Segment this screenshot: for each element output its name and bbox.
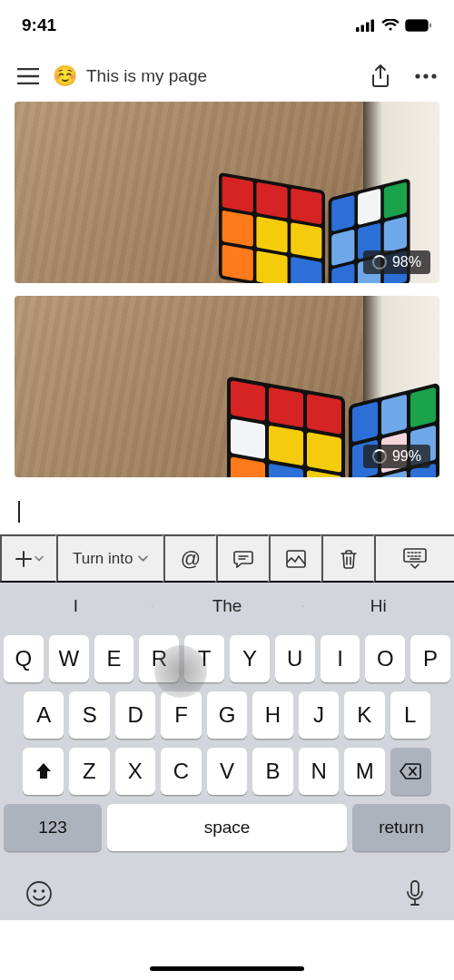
keyboard-row: 123 space return (4, 804, 450, 851)
dismiss-keyboard-button[interactable] (374, 534, 454, 583)
page-header: ☺️ This is my page (0, 51, 454, 102)
chevron-down-icon (138, 555, 148, 562)
svg-rect-2 (366, 23, 370, 33)
svg-point-9 (431, 74, 436, 78)
page-title-container[interactable]: ☺️ This is my page (53, 64, 356, 88)
mention-button[interactable]: @ (163, 534, 216, 583)
text-input-line[interactable] (15, 497, 439, 528)
comment-icon (233, 550, 253, 568)
svg-rect-15 (411, 881, 419, 896)
keyboard-bottom-row (0, 867, 454, 920)
page-emoji: ☺️ (53, 64, 77, 88)
header-actions (367, 63, 439, 90)
key-backspace[interactable] (390, 748, 431, 795)
key-a[interactable]: A (24, 691, 64, 739)
key-numeric[interactable]: 123 (4, 804, 102, 851)
upload-progress-text: 99% (392, 448, 421, 465)
key-return[interactable]: return (352, 804, 450, 851)
key-q[interactable]: Q (4, 635, 44, 682)
wifi-icon (381, 19, 400, 32)
key-k[interactable]: K (344, 691, 384, 739)
key-m[interactable]: M (344, 748, 385, 795)
key-j[interactable]: J (299, 691, 339, 739)
suggestion[interactable]: The (152, 596, 303, 616)
turn-into-label: Turn into (73, 550, 133, 568)
svg-point-8 (423, 74, 428, 78)
key-p[interactable]: P (410, 635, 450, 682)
key-z[interactable]: Z (69, 748, 110, 795)
image-icon (286, 550, 306, 568)
upload-progress-badge: 98% (363, 250, 430, 274)
upload-progress-badge: 99% (363, 445, 430, 468)
key-shift[interactable] (23, 748, 64, 795)
home-indicator (150, 966, 304, 971)
key-d[interactable]: D (115, 691, 155, 739)
key-r[interactable]: R (139, 635, 179, 682)
at-icon: @ (181, 547, 201, 571)
key-s[interactable]: S (69, 691, 109, 739)
svg-point-14 (42, 889, 45, 893)
menu-button[interactable] (15, 63, 42, 90)
key-h[interactable]: H (252, 691, 292, 739)
add-block-button[interactable] (0, 534, 56, 583)
status-time: 9:41 (22, 15, 56, 35)
hamburger-icon (17, 68, 39, 84)
image-button[interactable] (269, 534, 321, 583)
page-title-text: This is my page (86, 66, 207, 86)
delete-button[interactable] (321, 534, 374, 583)
keyboard-suggestions: I The Hi (0, 583, 454, 630)
keyboard-row: Z X C V B N M (4, 748, 450, 795)
svg-point-7 (415, 74, 419, 78)
keyboard-row: Q W E R T Y U I O P (4, 635, 450, 682)
turn-into-button[interactable]: Turn into (56, 534, 163, 583)
keyboard-dismiss-icon (403, 548, 427, 570)
emoji-button[interactable] (25, 880, 53, 907)
image-block[interactable]: 98% (15, 102, 439, 283)
trash-icon (340, 549, 358, 569)
chevron-down-icon (35, 555, 44, 562)
key-i[interactable]: I (321, 635, 360, 682)
key-n[interactable]: N (299, 748, 340, 795)
keyboard: Q W E R T Y U I O P A S D F G H J K L Z … (0, 630, 454, 867)
key-b[interactable]: B (252, 748, 293, 795)
key-o[interactable]: O (365, 635, 405, 682)
svg-rect-11 (404, 549, 426, 562)
key-g[interactable]: G (207, 691, 247, 739)
key-u[interactable]: U (275, 635, 315, 682)
keyboard-row: A S D F G H J K L (4, 691, 450, 739)
key-c[interactable]: C (161, 748, 202, 795)
comment-button[interactable] (216, 534, 269, 583)
key-t[interactable]: T (184, 635, 224, 682)
shift-icon (34, 761, 54, 781)
dictation-button[interactable] (401, 880, 429, 907)
svg-point-13 (34, 889, 37, 893)
battery-icon (405, 19, 432, 32)
backspace-icon (399, 762, 422, 780)
more-horizontal-icon (415, 74, 437, 79)
suggestion[interactable]: I (0, 596, 152, 616)
spinner-icon (372, 255, 387, 270)
suggestion[interactable]: Hi (302, 596, 454, 616)
key-e[interactable]: E (94, 635, 134, 682)
key-x[interactable]: X (115, 748, 156, 795)
svg-rect-5 (407, 21, 427, 30)
text-cursor (18, 501, 20, 523)
key-space[interactable]: space (107, 804, 347, 851)
share-button[interactable] (367, 63, 394, 90)
cellular-icon (356, 19, 376, 32)
plus-icon (15, 550, 33, 568)
key-y[interactable]: Y (230, 635, 270, 682)
key-w[interactable]: W (49, 635, 89, 682)
page-content: 98% 99% (0, 102, 454, 490)
svg-rect-6 (429, 24, 431, 28)
svg-point-12 (27, 882, 51, 906)
key-f[interactable]: F (161, 691, 201, 739)
svg-rect-1 (361, 25, 365, 33)
image-block[interactable]: 99% (15, 296, 439, 477)
emoji-icon (25, 880, 53, 907)
microphone-icon (406, 880, 424, 907)
more-button[interactable] (412, 63, 439, 90)
key-v[interactable]: V (207, 748, 248, 795)
key-l[interactable]: L (390, 691, 430, 739)
svg-rect-0 (356, 27, 360, 32)
